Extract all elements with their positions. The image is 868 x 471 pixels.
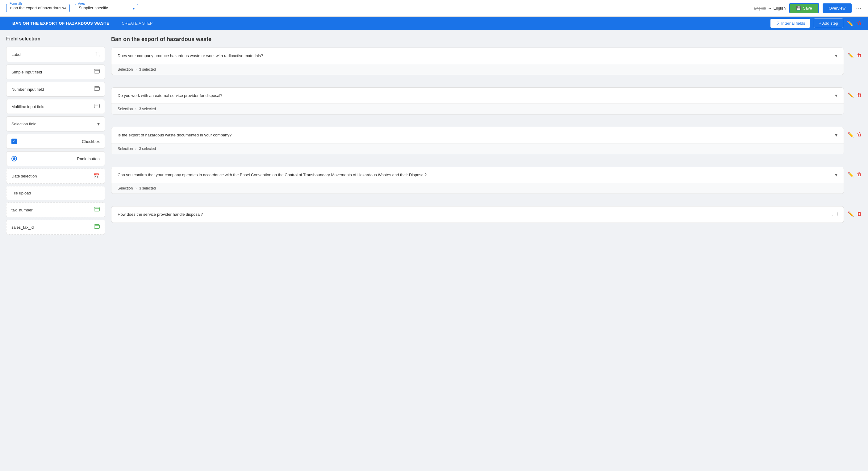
edit-q5-button[interactable]: ✏️: [848, 211, 854, 217]
question-row-3: Is the export of hazardous waste documen…: [111, 127, 862, 160]
checkbox-icon: [11, 138, 17, 144]
question-4-meta: Selection › 3 selected: [112, 183, 844, 193]
edit-step-button[interactable]: ✏️: [847, 20, 853, 26]
meta-type-2: Selection: [118, 107, 133, 111]
form-title-label: Form title: [9, 2, 23, 5]
field-item-number-input[interactable]: Number input field: [6, 82, 105, 97]
question-1-actions: ✏️ 🗑: [844, 48, 862, 58]
save-icon: 💾: [796, 6, 801, 10]
field-item-selection[interactable]: Selection field ▾: [6, 116, 105, 131]
delete-step-button[interactable]: 🗑: [857, 21, 862, 26]
meta-arrow-3: ›: [135, 147, 136, 151]
field-item-multiline[interactable]: Multiline input field: [6, 99, 105, 114]
question-4-header: Can you confirm that your company operat…: [112, 167, 844, 183]
svg-rect-9: [94, 225, 100, 229]
edit-q2-button[interactable]: ✏️: [848, 92, 854, 98]
meta-count-1: 3 selected: [139, 67, 156, 72]
question-card-2: Do you work with an external service pro…: [111, 87, 844, 121]
question-card-3: Is the export of hazardous waste documen…: [111, 127, 844, 160]
selection-chevron-icon: ▾: [97, 121, 100, 127]
question-card-1: Does your company produce hazardous wast…: [111, 48, 844, 81]
sales-tax-label: sales_tax_id: [11, 225, 34, 230]
field-item-radio[interactable]: Radio button: [6, 151, 105, 166]
question-card-1-inner: Does your company produce hazardous wast…: [111, 48, 844, 75]
language-switcher: English → English: [754, 6, 785, 10]
internal-fields-button[interactable]: 🛡 Internal fields: [771, 19, 810, 28]
delete-q5-button[interactable]: 🗑: [857, 211, 862, 217]
calendar-icon: 📅: [94, 173, 100, 179]
meta-count-4: 3 selected: [139, 186, 156, 190]
topbar: Form title Area Supplier specific Intern…: [0, 0, 868, 17]
field-item-date[interactable]: Date selection 📅: [6, 168, 105, 184]
main-layout: Field selection Label T↑ Simple input fi…: [0, 30, 868, 464]
field-item-label[interactable]: Label T↑: [6, 46, 105, 62]
overview-button[interactable]: Overview: [823, 3, 851, 13]
radio-icon: [11, 156, 17, 161]
add-step-label: + Add step: [819, 21, 838, 26]
expand-icon-4[interactable]: ▾: [835, 172, 837, 178]
field-item-tax[interactable]: tax_number: [6, 202, 105, 217]
simple-input-icon: [94, 69, 100, 75]
sales-tax-icon: [94, 224, 100, 230]
question-card-3-inner: Is the export of hazardous waste documen…: [111, 127, 844, 154]
date-label: Date selection: [11, 174, 37, 179]
question-4-text: Can you confirm that your company operat…: [118, 172, 835, 178]
question-1-text: Does your company produce hazardous wast…: [118, 53, 835, 59]
expand-icon-1[interactable]: ▾: [835, 53, 837, 59]
question-2-meta: Selection › 3 selected: [112, 103, 844, 114]
simple-input-label: Simple input field: [11, 70, 42, 74]
edit-q3-button[interactable]: ✏️: [848, 132, 854, 138]
svg-rect-11: [832, 212, 837, 216]
more-options-button[interactable]: ···: [855, 5, 862, 11]
question-2-actions: ✏️ 🗑: [844, 87, 862, 98]
language-from: English: [754, 6, 766, 10]
stepbar-actions: 🛡 Internal fields + Add step ✏️ 🗑: [771, 19, 862, 28]
field-selection-panel: Field selection Label T↑ Simple input fi…: [6, 36, 105, 458]
question-2-header: Do you work with an external service pro…: [112, 88, 844, 104]
question-card-4-inner: Can you confirm that your company operat…: [111, 167, 844, 194]
field-item-sales-tax[interactable]: sales_tax_id: [6, 220, 105, 234]
language-arrow-icon: →: [768, 6, 772, 10]
create-step-tab[interactable]: CREATE A STEP: [116, 17, 159, 30]
number-input-label: Number input field: [11, 87, 44, 92]
checkbox-label: Checkbox: [82, 139, 100, 144]
overview-label: Overview: [829, 6, 845, 10]
pencil-icon: ✏️: [847, 21, 853, 26]
add-step-button[interactable]: + Add step: [814, 19, 843, 28]
field-item-checkbox[interactable]: Checkbox: [6, 134, 105, 149]
question-row-2: Do you work with an external service pro…: [111, 87, 862, 121]
field-item-simple-input[interactable]: Simple input field: [6, 64, 105, 79]
tax-label: tax_number: [11, 208, 33, 212]
multiline-label: Multiline input field: [11, 104, 44, 109]
expand-icon-2[interactable]: ▾: [835, 93, 837, 98]
form-title-input[interactable]: [10, 5, 66, 10]
topbar-actions: English → English 💾 Save Overview ···: [754, 3, 862, 13]
save-button[interactable]: 💾 Save: [789, 3, 819, 13]
question-5-actions: ✏️ 🗑: [844, 206, 862, 217]
delete-q4-button[interactable]: 🗑: [857, 171, 862, 177]
file-label: File upload: [11, 191, 31, 195]
question-5-header: How does the service provider handle dis…: [112, 207, 844, 223]
svg-rect-2: [94, 87, 100, 91]
expand-icon-3[interactable]: ▾: [835, 132, 837, 138]
area-select[interactable]: Supplier specific Internal External: [79, 5, 134, 10]
edit-q4-button[interactable]: ✏️: [848, 171, 854, 178]
delete-q1-button[interactable]: 🗑: [857, 53, 862, 58]
question-1-meta: Selection › 3 selected: [112, 64, 844, 75]
question-3-header: Is the export of hazardous waste documen…: [112, 127, 844, 143]
question-card-5: How does the service provider handle dis…: [111, 206, 844, 229]
delete-q3-button[interactable]: 🗑: [857, 132, 862, 137]
edit-q1-button[interactable]: ✏️: [848, 53, 854, 58]
delete-q2-button[interactable]: 🗑: [857, 92, 862, 98]
field-item-file[interactable]: File upload: [6, 186, 105, 200]
question-row-5: How does the service provider handle dis…: [111, 206, 862, 229]
meta-arrow-4: ›: [135, 186, 136, 190]
active-step-tab[interactable]: BAN ON THE EXPORT OF HAZARDOUS WASTE: [6, 17, 116, 30]
language-to: English: [774, 6, 785, 10]
meta-type-4: Selection: [118, 186, 133, 190]
internal-fields-label: Internal fields: [781, 21, 805, 26]
meta-count-3: 3 selected: [139, 147, 156, 151]
form-editor-panel: Ban on the export of hazardous waste Doe…: [111, 36, 862, 458]
tax-input-icon: [94, 207, 100, 213]
svg-rect-0: [94, 69, 100, 73]
